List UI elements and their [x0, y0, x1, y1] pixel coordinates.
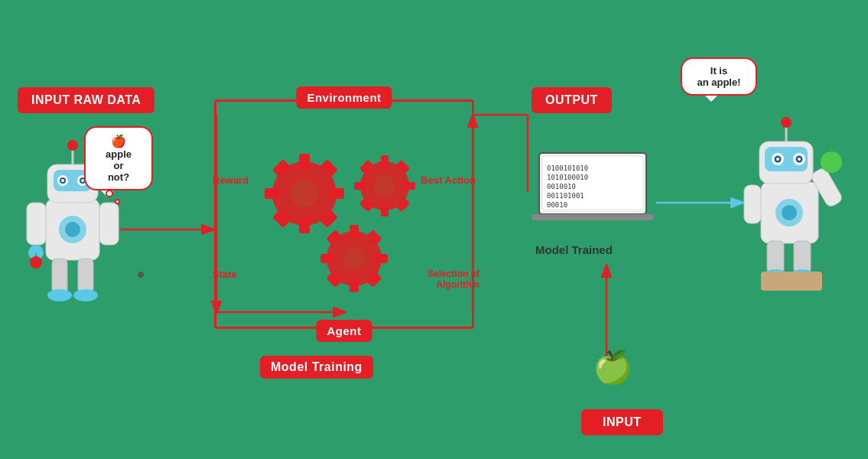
svg-text:001101001: 001101001: [547, 192, 584, 200]
svg-point-45: [61, 179, 64, 182]
agent-badge: Agent: [317, 320, 372, 342]
svg-point-75: [776, 158, 779, 161]
reward-label: Reward: [213, 174, 249, 186]
svg-point-54: [30, 256, 42, 269]
input-badge: INPUT: [581, 409, 663, 435]
right-robot: [738, 99, 845, 298]
svg-point-9: [291, 180, 318, 207]
svg-rect-11: [299, 218, 310, 233]
input-raw-data-badge: INPUT RAW DATA: [18, 87, 154, 113]
svg-rect-56: [52, 259, 67, 293]
svg-rect-62: [532, 214, 654, 220]
input-apple-icon: 🍏: [593, 348, 632, 386]
svg-rect-82: [744, 185, 761, 223]
svg-rect-89: [761, 272, 822, 291]
svg-rect-32: [375, 254, 388, 263]
model-training-badge: Model Training: [260, 356, 373, 379]
svg-rect-51: [27, 203, 46, 245]
gears-icon: [247, 125, 446, 308]
state-label: State: [213, 269, 237, 280]
right-speech-bubble: It isan apple!: [681, 57, 757, 96]
diagram-box: Environment Agent Reward State Best Acti…: [214, 99, 474, 329]
flow-dot: [138, 272, 144, 278]
svg-text:00010: 00010: [547, 201, 567, 209]
environment-badge: Environment: [296, 86, 392, 109]
svg-point-78: [798, 158, 801, 161]
svg-rect-23: [354, 182, 366, 190]
svg-text:1010100010: 1010100010: [547, 174, 588, 181]
svg-rect-31: [349, 279, 359, 292]
svg-rect-12: [329, 188, 344, 199]
svg-rect-86: [794, 241, 811, 273]
svg-rect-52: [99, 203, 119, 245]
svg-point-58: [47, 289, 72, 301]
svg-rect-33: [320, 254, 333, 263]
laptop-display: 0100101010 1010100010 0010010 001101001 …: [532, 149, 654, 233]
svg-point-70: [782, 205, 797, 220]
laptop-icon: 0100101010 1010100010 0010010 001101001 …: [532, 149, 654, 233]
svg-point-59: [73, 289, 98, 301]
left-speech-bubble: 🍎 appleornot?: [84, 126, 153, 190]
svg-rect-22: [403, 182, 415, 190]
svg-point-40: [65, 222, 80, 237]
svg-rect-85: [767, 241, 784, 273]
svg-point-19: [374, 175, 395, 197]
svg-rect-20: [381, 155, 388, 168]
svg-rect-57: [78, 259, 93, 293]
svg-rect-30: [349, 225, 359, 238]
bubble-dot-2: [115, 199, 120, 204]
svg-rect-13: [265, 188, 280, 199]
model-trained-label: Model Trained: [535, 243, 613, 256]
svg-text:0010010: 0010010: [547, 183, 576, 190]
svg-point-83: [821, 151, 842, 173]
svg-rect-10: [299, 154, 310, 169]
output-badge: OUTPUT: [532, 87, 612, 113]
svg-rect-21: [381, 204, 388, 216]
svg-point-50: [67, 140, 78, 151]
bubble-dot-1: [106, 190, 113, 197]
svg-point-80: [781, 117, 792, 128]
svg-point-29: [343, 247, 366, 270]
svg-text:0100101010: 0100101010: [547, 164, 588, 172]
